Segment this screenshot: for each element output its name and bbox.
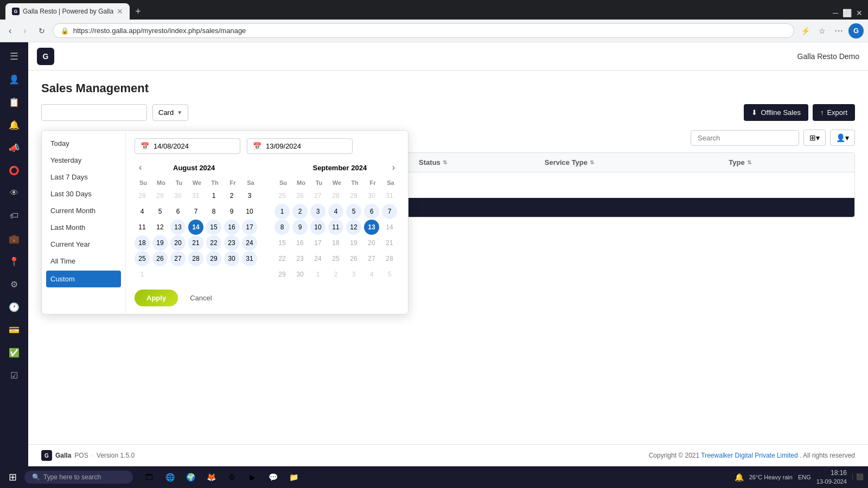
cal-day[interactable]: 1 <box>310 267 326 282</box>
cal-day[interactable]: 29 <box>275 267 290 282</box>
cal-day[interactable]: 31 <box>242 251 257 266</box>
new-tab-button[interactable]: + <box>132 6 144 17</box>
cal-day[interactable]: 2 <box>292 204 308 219</box>
preset-today[interactable]: Today <box>42 135 125 152</box>
user-avatar[interactable]: G <box>848 23 864 38</box>
forward-button[interactable]: › <box>19 24 30 38</box>
aug-14-selected[interactable]: 14 <box>188 220 203 235</box>
cal-day[interactable]: 29 <box>346 188 361 203</box>
end-date-input[interactable]: 📅 13/09/2024 <box>247 138 353 154</box>
cal-day[interactable]: 18 <box>135 235 150 251</box>
cal-day[interactable]: 12 <box>346 220 361 235</box>
sidebar-item-orders[interactable]: 📋 <box>4 92 24 112</box>
cal-day[interactable]: 10 <box>310 220 326 235</box>
aug-prev-button[interactable]: ‹ <box>135 162 146 174</box>
cal-day[interactable]: 29 <box>152 188 168 203</box>
cal-day[interactable]: 31 <box>382 188 397 203</box>
cal-day[interactable]: 30 <box>292 267 308 282</box>
sidebar-item-megaphone[interactable]: 📣 <box>4 138 24 157</box>
preset-current-year[interactable]: Current Year <box>42 236 125 253</box>
cal-day[interactable]: 30 <box>170 188 186 203</box>
cal-day[interactable]: 20 <box>364 235 379 251</box>
cal-day[interactable]: 13 <box>170 220 186 235</box>
cal-day[interactable]: 16 <box>224 220 239 235</box>
cal-day[interactable]: 11 <box>328 220 343 235</box>
cal-day[interactable]: 10 <box>242 204 257 219</box>
sidebar-item-dashboard[interactable]: 👤 <box>4 69 24 89</box>
cal-day[interactable]: 2 <box>328 267 343 282</box>
cal-day[interactable]: 9 <box>292 220 308 235</box>
extensions-button[interactable]: ⚡ <box>797 23 813 38</box>
cal-day[interactable]: 15 <box>206 220 221 235</box>
cal-day[interactable]: 5 <box>346 204 361 219</box>
cal-day[interactable]: 3 <box>310 204 326 219</box>
cal-day[interactable]: 24 <box>310 251 326 266</box>
cal-day[interactable]: 5 <box>382 267 397 282</box>
preset-yesterday[interactable]: Yesterday <box>42 152 125 169</box>
cal-day[interactable]: 6 <box>364 204 379 219</box>
col-status[interactable]: Status⇅ <box>419 158 536 166</box>
address-bar[interactable]: 🔒 https://resto.galla.app/myresto/index.… <box>53 23 794 38</box>
cal-day[interactable]: 4 <box>328 204 343 219</box>
sidebar-item-tag[interactable]: 🏷 <box>4 206 24 226</box>
cal-day[interactable]: 26 <box>346 251 361 266</box>
cal-day[interactable]: 27 <box>310 188 326 203</box>
cancel-button[interactable]: Cancel <box>183 290 218 306</box>
cal-day[interactable]: 1 <box>275 204 290 219</box>
cal-day[interactable]: 7 <box>382 204 397 219</box>
cal-day[interactable]: 3 <box>242 188 257 203</box>
cal-day[interactable]: 22 <box>275 251 290 266</box>
cal-day[interactable]: 28 <box>135 188 150 203</box>
cal-day[interactable]: 3 <box>346 267 361 282</box>
cal-day[interactable]: 28 <box>188 251 203 266</box>
cal-day[interactable]: 11 <box>135 220 150 235</box>
preset-last-month[interactable]: Last Month <box>42 219 125 236</box>
favorites-button[interactable]: ☆ <box>815 23 829 38</box>
sidebar-item-clock[interactable]: 🕐 <box>4 297 24 317</box>
preset-custom[interactable]: Custom <box>46 271 121 287</box>
offline-sales-button[interactable]: ⬇ Offline Sales <box>744 104 808 121</box>
cal-day[interactable]: 22 <box>206 235 221 251</box>
sep-next-button[interactable]: › <box>388 162 399 174</box>
cal-day[interactable]: 16 <box>292 235 308 251</box>
cal-day[interactable]: 30 <box>224 251 239 266</box>
cal-day[interactable]: 19 <box>346 235 361 251</box>
user-filter-button[interactable]: 👤▾ <box>830 130 855 146</box>
date-range-input[interactable]: 14/08/2024 - 13/09/2024 <box>41 104 147 121</box>
cal-day[interactable]: 27 <box>364 251 379 266</box>
cal-day[interactable]: 17 <box>310 235 326 251</box>
cal-day[interactable]: 4 <box>135 204 150 219</box>
col-type[interactable]: Type⇅ <box>729 158 846 166</box>
cal-day[interactable]: 31 <box>188 188 203 203</box>
cal-day[interactable]: 26 <box>152 251 168 266</box>
col-service-type[interactable]: Service Type⇅ <box>545 158 720 166</box>
cal-day[interactable]: 2 <box>224 188 239 203</box>
cal-day[interactable]: 12 <box>152 220 168 235</box>
cal-day[interactable]: 24 <box>242 235 257 251</box>
cal-day[interactable]: 1 <box>135 267 150 282</box>
sidebar-item-check1[interactable]: ✅ <box>4 343 24 362</box>
browser-menu-button[interactable]: ⋯ <box>831 23 846 38</box>
sidebar-item-check2[interactable]: ☑ <box>4 365 24 385</box>
preset-all-time[interactable]: All Time <box>42 253 125 269</box>
cal-day[interactable]: 8 <box>275 220 290 235</box>
cal-day[interactable]: 19 <box>152 235 168 251</box>
cal-day[interactable]: 5 <box>152 204 168 219</box>
cal-day[interactable]: 1 <box>206 188 221 203</box>
sidebar-item-circle[interactable]: ⭕ <box>4 160 24 180</box>
cal-day[interactable]: 29 <box>206 251 221 266</box>
cal-day[interactable]: 25 <box>135 251 150 266</box>
sidebar-item-bell[interactable]: 🔔 <box>4 115 24 134</box>
back-button[interactable]: ‹ <box>4 24 16 38</box>
cal-day[interactable]: 20 <box>170 235 186 251</box>
start-date-input[interactable]: 📅 14/08/2024 <box>135 138 240 154</box>
preset-last7[interactable]: Last 7 Days <box>42 169 125 185</box>
sep-13-selected[interactable]: 13 <box>364 220 379 235</box>
cal-day[interactable]: 14 <box>382 220 397 235</box>
cal-day[interactable]: 4 <box>364 267 379 282</box>
sidebar-item-wallet[interactable]: 💳 <box>4 320 24 339</box>
footer-company-link[interactable]: Treewalker Digital Private Limited <box>701 452 797 459</box>
preset-last30[interactable]: Last 30 Days <box>42 185 125 202</box>
tab-close-icon[interactable]: ✕ <box>117 7 123 16</box>
cal-day[interactable]: 9 <box>224 204 239 219</box>
